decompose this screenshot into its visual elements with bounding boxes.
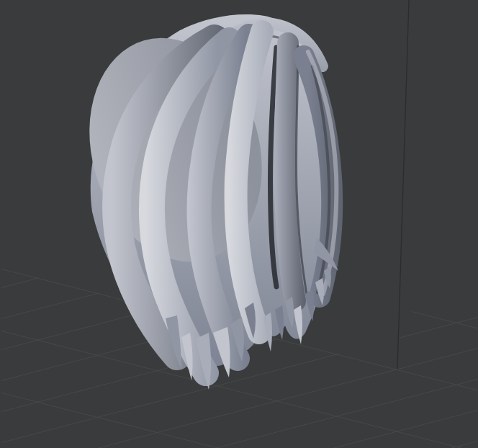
3d-viewport[interactable] [0,0,478,448]
hair-lock [284,43,295,301]
